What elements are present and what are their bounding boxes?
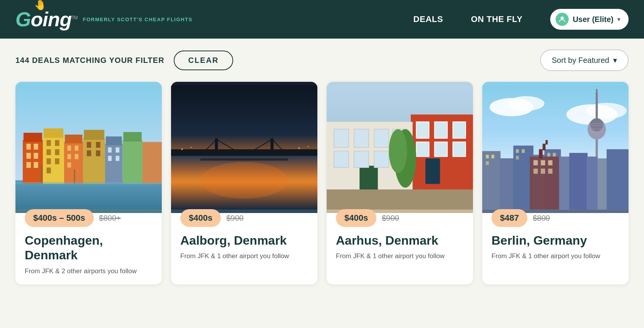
svg-point-0 [561,17,564,20]
svg-rect-40 [124,132,142,142]
svg-rect-7 [26,153,31,159]
formerly-text: FORMERLY SCOTT'S CHEAP FLIGHTS [83,17,193,22]
svg-rect-81 [327,189,473,210]
avatar [556,13,569,26]
original-price-aarhus: $900 [382,214,399,223]
svg-point-88 [586,103,627,119]
svg-rect-106 [491,155,495,158]
logo-area: 🤚 GoingTM FORMERLY SCOTT'S CHEAP FLIGHTS [15,8,193,31]
card-image-copenhagen [15,82,162,213]
svg-rect-5 [26,144,31,150]
sort-label: Sort by Featured [552,56,609,65]
sort-button[interactable]: Sort by Featured ▾ [540,49,629,71]
svg-point-61 [200,162,288,199]
svg-rect-97 [500,158,514,210]
svg-point-83 [389,129,407,173]
svg-rect-24 [68,154,71,159]
svg-rect-112 [553,153,556,156]
svg-rect-96 [482,151,500,210]
price-row-aalborg: $400s $900 [180,209,308,227]
svg-rect-109 [522,149,525,153]
svg-rect-116 [546,140,548,144]
svg-rect-26 [68,162,71,167]
deal-card-aalborg[interactable]: $400s $900 Aalborg, Denmark From JFK & 1… [171,82,317,284]
svg-rect-33 [105,144,122,184]
from-text-berlin: From JFK & 1 other airport you follow [491,252,619,260]
from-text-aarhus: From JFK & 1 other airport you follow [336,252,464,260]
deal-card-aarhus[interactable]: $400s $900 Aarhus, Denmark From JFK & 1 … [327,82,473,284]
svg-rect-8 [34,153,38,159]
card-image-aalborg [171,82,317,213]
svg-rect-110 [516,156,519,159]
sort-chevron-icon: ▾ [613,56,617,65]
svg-rect-32 [96,150,100,156]
svg-rect-38 [116,156,119,161]
svg-rect-44 [15,182,162,184]
from-text-aalborg: From JFK & 1 other airport you follow [180,252,308,260]
svg-rect-74 [334,129,349,147]
deals-count: 144 DEALS MATCHING YOUR FILTER [15,56,164,65]
svg-rect-28 [84,130,104,140]
svg-rect-22 [68,145,71,150]
svg-rect-9 [26,162,31,168]
svg-rect-16 [55,149,59,155]
svg-rect-65 [425,158,440,184]
original-price-aalborg: $900 [226,214,244,223]
deal-card-berlin[interactable]: $487 $800 Berlin, Germany From JFK & 1 o… [482,82,629,284]
svg-rect-37 [108,156,112,161]
svg-point-58 [308,146,309,147]
svg-rect-114 [539,149,542,159]
from-text-copenhagen: From JFK & 2 other airports you follow [25,267,153,275]
svg-rect-45 [23,185,154,186]
nav-deals[interactable]: DEALS [414,14,443,24]
svg-rect-6 [34,144,38,150]
svg-rect-122 [548,169,552,174]
svg-point-86 [508,96,544,111]
svg-rect-111 [547,153,551,156]
svg-rect-35 [108,147,112,152]
svg-rect-39 [123,140,142,184]
svg-rect-41 [142,142,162,184]
user-menu-button[interactable]: User (Elite) ▾ [550,9,629,30]
chevron-down-icon: ▾ [617,16,620,22]
svg-rect-68 [453,122,466,139]
original-price-berlin: $800 [533,214,550,223]
deal-card-copenhagen[interactable]: $400s – 500s $800+ Copenhagen,Denmark Fr… [15,82,162,284]
cards-grid: $400s – 500s $800+ Copenhagen,Denmark Fr… [0,82,644,300]
svg-rect-25 [75,154,78,159]
price-badge-aarhus: $400s [336,209,376,227]
price-badge-copenhagen: $400s – 500s [25,209,94,227]
original-price-copenhagen: $800+ [99,214,121,223]
svg-rect-17 [47,158,51,164]
svg-rect-36 [116,147,119,152]
price-row-copenhagen: $400s – 500s $800+ [25,209,153,227]
user-label: User (Elite) [573,15,613,24]
svg-rect-76 [374,129,389,147]
svg-rect-19 [47,167,51,173]
svg-rect-21 [65,135,82,144]
nav-fly[interactable]: ON THE FLY [471,14,523,24]
svg-rect-14 [55,140,59,146]
svg-rect-31 [87,150,91,156]
svg-rect-117 [534,160,538,165]
svg-rect-3 [23,140,43,184]
city-name-copenhagen: Copenhagen,Denmark [25,233,153,263]
svg-rect-104 [607,149,629,210]
svg-rect-70 [435,142,447,157]
clear-button[interactable]: CLEAR [174,51,234,70]
svg-rect-60 [200,158,288,161]
svg-rect-121 [541,169,545,174]
filter-bar: 144 DEALS MATCHING YOUR FILTER CLEAR Sor… [0,39,644,82]
svg-rect-34 [106,137,122,145]
svg-rect-43 [74,169,75,184]
price-row-aarhus: $400s $900 [336,209,464,227]
svg-rect-79 [354,151,369,167]
svg-rect-11 [43,137,64,184]
svg-rect-66 [416,122,429,139]
svg-rect-103 [586,157,597,210]
svg-rect-30 [96,142,100,148]
card-image-berlin [482,82,629,213]
svg-rect-18 [55,158,59,164]
svg-point-57 [298,147,300,149]
svg-rect-4 [24,133,42,142]
